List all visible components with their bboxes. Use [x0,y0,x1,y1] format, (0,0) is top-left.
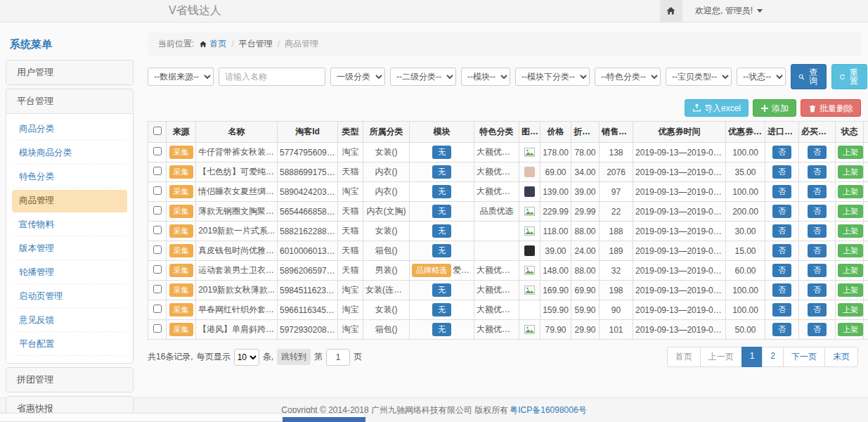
breadcrumb-home-link[interactable]: 首页 [199,38,226,50]
row-checkbox[interactable] [153,186,162,195]
pager-item-上一页[interactable]: 上一页 [700,347,742,367]
status-toggle[interactable]: 上架 [838,283,863,297]
must-buy-toggle[interactable]: 否 [808,165,827,179]
filter-select-7[interactable]: --状态-- [737,68,786,86]
pager-item-2[interactable]: 2 [762,347,784,367]
status-toggle[interactable]: 上架 [838,146,863,159]
module-none-badge[interactable]: 无 [432,303,451,316]
filter-select-5[interactable]: --特色分类-- [595,68,661,86]
import-select-toggle[interactable]: 否 [772,283,791,297]
import-select-toggle[interactable]: 否 [772,264,791,277]
home-button[interactable] [660,0,682,22]
must-buy-toggle[interactable]: 否 [808,146,827,159]
source-badge[interactable]: 采集 [169,224,193,238]
user-menu[interactable]: 欢迎您, 管理员! [682,5,868,17]
sidebar-item-意见反馈[interactable]: 意见反馈 [12,309,127,332]
row-checkbox[interactable] [153,206,162,215]
source-badge[interactable]: 采集 [169,283,193,297]
import-excel-button[interactable]: 导入excel [685,99,749,117]
module-badge[interactable]: 品牌精选 [412,264,451,277]
must-buy-toggle[interactable]: 否 [808,224,827,238]
status-toggle[interactable]: 上架 [838,323,863,336]
pager-item-1[interactable]: 1 [741,347,763,367]
jump-page-input[interactable] [326,349,350,366]
sidebar-item-platform-mgmt[interactable]: 平台管理 [6,89,133,113]
row-checkbox[interactable] [153,305,162,313]
sidebar-item-宣传物料[interactable]: 宣传物料 [12,214,127,236]
module-none-badge[interactable]: 无 [432,323,451,336]
sidebar-item-版本管理[interactable]: 版本管理 [12,238,127,260]
must-buy-toggle[interactable]: 否 [808,303,827,316]
module-none-badge[interactable]: 无 [432,224,451,238]
status-toggle[interactable]: 上架 [838,165,863,179]
source-badge[interactable]: 采集 [169,185,193,198]
row-checkbox[interactable] [153,226,162,234]
source-badge[interactable]: 采集 [169,303,193,316]
source-badge[interactable]: 采集 [169,205,193,218]
module-none-badge[interactable]: 无 [432,146,451,159]
sidebar-item-user-mgmt[interactable]: 用户管理 [6,60,133,84]
status-toggle[interactable]: 上架 [838,303,863,316]
import-select-toggle[interactable]: 否 [772,244,791,257]
row-checkbox[interactable] [153,285,162,293]
sidebar-item-启动页管理[interactable]: 启动页管理 [12,286,127,308]
add-button[interactable]: 添加 [753,99,796,117]
must-buy-toggle[interactable]: 否 [808,264,827,277]
filter-select-1[interactable]: 一级分类 [330,68,385,86]
status-toggle[interactable]: 上架 [838,185,863,198]
source-badge[interactable]: 采集 [169,146,193,159]
import-select-toggle[interactable]: 否 [772,185,791,198]
status-toggle[interactable]: 上架 [838,264,863,277]
sidebar-item-轮播管理[interactable]: 轮播管理 [12,262,127,284]
import-select-toggle[interactable]: 否 [772,165,791,179]
source-badge[interactable]: 采集 [169,165,193,179]
must-buy-toggle[interactable]: 否 [808,185,827,198]
per-page-select[interactable]: 10 [234,349,259,366]
sidebar-item-商品分类[interactable]: 商品分类 [12,118,127,141]
source-badge[interactable]: 采集 [169,264,193,277]
row-checkbox[interactable] [153,265,162,274]
row-checkbox[interactable] [153,324,162,333]
source-badge[interactable]: 采集 [169,323,193,336]
import-select-toggle[interactable]: 否 [772,303,791,316]
sidebar-item-商品管理[interactable]: 商品管理 [12,190,127,212]
module-none-badge[interactable]: 无 [432,205,451,218]
must-buy-toggle[interactable]: 否 [808,244,827,257]
module-none-badge[interactable]: 无 [432,244,451,257]
pager-item-末页[interactable]: 末页 [824,347,858,367]
filter-select-3[interactable]: --模块-- [461,68,510,86]
sidebar-item-平台配置[interactable]: 平台配置 [12,333,127,356]
name-search-input[interactable] [219,68,325,86]
module-none-badge[interactable]: 无 [432,283,451,297]
must-buy-toggle[interactable]: 否 [808,283,827,297]
module-none-badge[interactable]: 无 [432,185,451,198]
pager-item-下一页[interactable]: 下一页 [783,347,825,367]
filter-select-4[interactable]: --模块下分类-- [515,68,590,86]
batch-delete-button[interactable]: 批量删除 [801,99,861,117]
pager-item-首页[interactable]: 首页 [667,347,701,367]
filter-select-0[interactable]: --数据来源-- [148,68,214,86]
status-toggle[interactable]: 上架 [838,205,863,218]
query-button[interactable]: 查询 [791,64,827,89]
module-none-badge[interactable]: 无 [432,165,451,179]
jump-button[interactable]: 跳转到 [277,349,311,365]
import-select-toggle[interactable]: 否 [772,205,791,218]
reset-button[interactable]: 重置 [831,64,867,89]
import-select-toggle[interactable]: 否 [772,323,791,336]
filter-select-2[interactable]: --二级分类-- [390,68,456,86]
source-badge[interactable]: 采集 [169,244,193,257]
select-all-checkbox[interactable] [153,127,162,135]
sidebar-item-模块商品分类[interactable]: 模块商品分类 [12,142,127,165]
must-buy-toggle[interactable]: 否 [808,323,827,336]
must-buy-toggle[interactable]: 否 [808,205,827,218]
sidebar-item-拼团管理[interactable]: 拼团管理 [6,368,133,392]
row-checkbox[interactable] [153,167,162,175]
status-toggle[interactable]: 上架 [838,224,863,238]
import-select-toggle[interactable]: 否 [772,146,791,159]
row-checkbox[interactable] [153,147,162,155]
status-toggle[interactable]: 上架 [838,244,863,257]
filter-select-6[interactable]: --宝贝类型-- [666,68,732,86]
row-checkbox[interactable] [153,245,162,254]
import-select-toggle[interactable]: 否 [772,224,791,238]
sidebar-item-特色分类[interactable]: 特色分类 [12,166,127,188]
